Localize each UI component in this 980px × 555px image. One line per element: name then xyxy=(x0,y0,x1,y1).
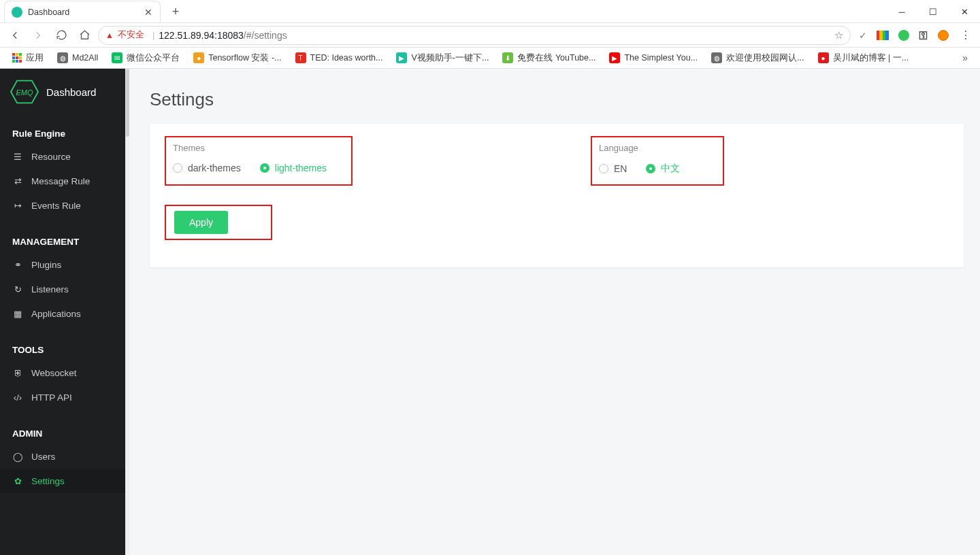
grid-icon: ▦ xyxy=(12,308,23,319)
bookmarks-bar: 应用 ◍Md2All ✉微信公众平台 ●Tensorflow 安装 -... T… xyxy=(0,48,980,69)
forward-icon[interactable] xyxy=(29,26,48,45)
code-icon: ‹/› xyxy=(12,392,23,403)
sidebar-header: MANAGEMENT xyxy=(0,229,125,252)
radio-zh[interactable]: 中文 xyxy=(646,163,680,175)
apps-grid-icon xyxy=(12,53,22,63)
apps-label: 应用 xyxy=(26,52,44,64)
divider: | xyxy=(152,30,154,40)
refresh-icon: ↻ xyxy=(12,284,23,295)
close-icon[interactable]: ✕ xyxy=(144,7,153,17)
bookmark-item[interactable]: ⬇免费在线 YouTube... xyxy=(497,50,601,67)
shield-icon: ⛨ xyxy=(12,367,23,378)
python-icon: ● xyxy=(193,52,204,63)
sidebar: EMQ Dashboard Rule Engine ☰Resource ⇄Mes… xyxy=(0,69,125,555)
address-field[interactable]: ▲ 不安全 | 122.51.89.94:18083 /#/settings ☆ xyxy=(98,26,851,45)
sidebar-scrollbar[interactable] xyxy=(125,69,129,555)
scrollbar-thumb[interactable] xyxy=(126,69,129,137)
themes-group: Themes dark-themes light-themes xyxy=(165,136,353,186)
sidebar-item-settings[interactable]: ✿Settings xyxy=(0,469,125,493)
window-controls: ─ ☐ ✕ xyxy=(886,0,980,23)
hex-logo-icon: EMQ xyxy=(10,78,39,105)
globe-icon: ◍ xyxy=(57,52,68,63)
brand[interactable]: EMQ Dashboard xyxy=(0,69,125,115)
apps-button[interactable]: 应用 xyxy=(7,50,49,67)
language-label: Language xyxy=(599,143,716,153)
tab-strip: Dashboard ✕ + ─ ☐ ✕ xyxy=(0,0,980,23)
radio-dark-themes[interactable]: dark-themes xyxy=(173,163,241,173)
brand-label: Dashboard xyxy=(46,86,96,98)
radio-ring-icon xyxy=(646,164,655,173)
key-icon[interactable]: ⚿ xyxy=(919,30,928,41)
check-icon[interactable]: ✓ xyxy=(859,30,867,41)
maximize-icon[interactable]: ☐ xyxy=(917,0,949,23)
sidebar-item-plugins[interactable]: ⚭Plugins xyxy=(0,252,125,277)
orange-ext-icon[interactable] xyxy=(938,30,949,41)
browser-menu-icon[interactable]: ⋮ xyxy=(957,29,975,41)
sidebar-item-users[interactable]: ◯Users xyxy=(0,444,125,469)
back-icon[interactable] xyxy=(5,26,24,45)
bookmark-item[interactable]: ◍Md2All xyxy=(52,50,103,66)
main-content: Settings Themes dark-themes light-themes… xyxy=(129,69,980,555)
globe-icon: ◍ xyxy=(711,52,722,63)
language-group: Language EN 中文 xyxy=(591,136,724,186)
list-icon: ☰ xyxy=(12,151,23,162)
sidebar-section-rule-engine: Rule Engine ☰Resource ⇄Message Rule ↦Eve… xyxy=(0,115,125,223)
sidebar-item-applications[interactable]: ▦Applications xyxy=(0,301,125,326)
sidebar-item-message-rule[interactable]: ⇄Message Rule xyxy=(0,169,125,193)
bookmarks-overflow-icon[interactable]: » xyxy=(957,52,973,63)
language-radios: EN 中文 xyxy=(599,163,716,175)
sidebar-item-listeners[interactable]: ↻Listeners xyxy=(0,277,125,301)
themes-label: Themes xyxy=(173,143,344,153)
apply-button[interactable]: Apply xyxy=(174,211,228,234)
bookmark-item[interactable]: ▶V视频助手-一键下... xyxy=(391,50,494,67)
sidebar-header: TOOLS xyxy=(0,337,125,360)
bookmark-item[interactable]: ◍欢迎使用校园网认... xyxy=(706,50,809,67)
user-icon: ◯ xyxy=(12,451,23,462)
warning-icon: ▲ xyxy=(105,31,114,40)
url-path: /#/settings xyxy=(244,30,287,41)
sidebar-header: Rule Engine xyxy=(0,120,125,144)
stripe-ext-icon[interactable] xyxy=(877,31,889,40)
browser-chrome: Dashboard ✕ + ─ ☐ ✕ ▲ 不安全 | 122.51.89.94… xyxy=(0,0,980,69)
radio-en[interactable]: EN xyxy=(599,163,627,174)
bookmark-item[interactable]: ✉微信公众平台 xyxy=(106,50,185,67)
plug-icon: ⚭ xyxy=(12,259,23,270)
bookmark-star-icon[interactable]: ☆ xyxy=(834,29,843,41)
sidebar-item-websocket[interactable]: ⛨Websocket xyxy=(0,360,125,385)
ted-icon: T xyxy=(295,52,306,63)
sidebar-section-admin: ADMIN ◯Users ✿Settings xyxy=(0,415,125,499)
radio-ring-icon xyxy=(260,163,270,173)
themes-radios: dark-themes light-themes xyxy=(173,163,344,173)
download-icon: ⬇ xyxy=(502,52,513,63)
video-icon: ▶ xyxy=(396,52,407,63)
bookmark-item[interactable]: ▶The Simplest You... xyxy=(604,50,703,66)
sidebar-item-resource[interactable]: ☰Resource xyxy=(0,144,125,169)
youtube-icon: ▶ xyxy=(609,52,620,63)
sidebar-item-events-rule[interactable]: ↦Events Rule xyxy=(0,193,125,218)
close-window-icon[interactable]: ✕ xyxy=(949,0,980,23)
radio-light-themes[interactable]: light-themes xyxy=(260,163,327,173)
shuffle-icon: ⇄ xyxy=(12,175,23,186)
extension-icons: ✓ ⚿ xyxy=(855,30,953,41)
new-tab-button[interactable]: + xyxy=(166,2,185,21)
minimize-icon[interactable]: ─ xyxy=(886,0,917,23)
home-icon[interactable] xyxy=(75,26,94,45)
page-title: Settings xyxy=(150,89,964,110)
tab-favicon xyxy=(12,7,22,18)
settings-card: Themes dark-themes light-themes Language… xyxy=(150,124,964,267)
radio-ring-icon xyxy=(599,164,608,173)
reload-icon[interactable] xyxy=(52,26,71,45)
bookmark-item[interactable]: ●吴川斌的博客 | 一... xyxy=(813,50,915,67)
svg-text:EMQ: EMQ xyxy=(16,88,33,97)
gear-icon: ✿ xyxy=(12,475,23,486)
bookmark-item[interactable]: ●Tensorflow 安装 -... xyxy=(188,50,287,67)
settings-row: Themes dark-themes light-themes Language… xyxy=(165,136,949,186)
address-bar: ▲ 不安全 | 122.51.89.94:18083 /#/settings ☆… xyxy=(0,23,980,48)
arrow-right-icon: ↦ xyxy=(12,200,23,211)
sidebar-section-management: MANAGEMENT ⚭Plugins ↻Listeners ▦Applicat… xyxy=(0,223,125,331)
sidebar-header: ADMIN xyxy=(0,420,125,444)
bookmark-item[interactable]: TTED: Ideas worth... xyxy=(290,50,389,66)
browser-tab[interactable]: Dashboard ✕ xyxy=(4,1,161,22)
green-ext-icon[interactable] xyxy=(898,30,909,41)
sidebar-item-http-api[interactable]: ‹/›HTTP API xyxy=(0,385,125,409)
